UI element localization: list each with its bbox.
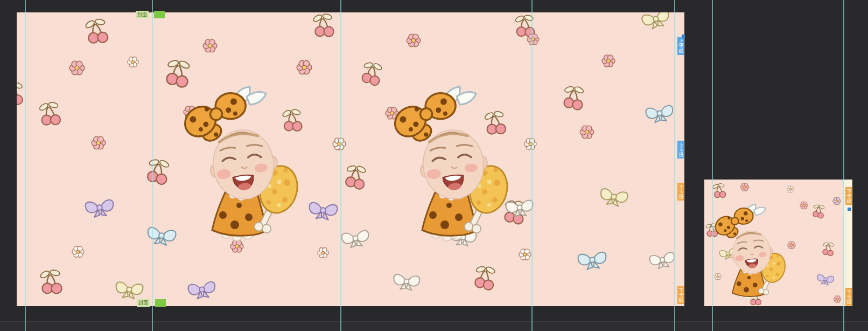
flower-pink-motif	[92, 136, 106, 149]
cover-label-bottom[interactable]: 封面	[137, 299, 150, 307]
bottom-card-label-1[interactable]: 下卡纸	[677, 183, 684, 201]
cherry-motif	[473, 264, 496, 291]
cherry-motif	[712, 182, 726, 198]
flower-pink-motif	[580, 126, 594, 139]
flower-pink-motif	[834, 296, 841, 303]
cover-label-bottom-handle[interactable]	[155, 299, 166, 307]
cherry-motif	[312, 12, 334, 38]
main-canvas[interactable]	[17, 12, 684, 306]
bow-blue-motif	[146, 227, 177, 246]
flower-pink-motif	[527, 34, 539, 45]
bow-blue-motif	[646, 105, 674, 124]
thumb-bottom-card-label-1[interactable]: 下卡纸	[845, 187, 852, 205]
flower-white-motif	[715, 273, 722, 280]
cherry-motif	[145, 157, 171, 185]
baby-sticker[interactable]	[175, 85, 303, 241]
thumbnail-canvas-artwork	[704, 180, 844, 306]
cherry-motif	[822, 242, 835, 256]
flower-pink-motif	[230, 240, 243, 252]
bow-white-motif	[393, 274, 420, 291]
cherry-motif	[562, 85, 585, 111]
flower-white-motif	[72, 246, 84, 257]
cover-label-top-handle[interactable]	[154, 11, 165, 18]
guide-line[interactable]	[712, 0, 713, 331]
thumb-label-selection-handle[interactable]	[848, 208, 851, 211]
baby-sticker[interactable]	[385, 85, 513, 241]
flower-pink-motif	[407, 34, 421, 47]
flower-pink-motif	[788, 242, 796, 249]
bow-cream-motif	[641, 12, 671, 31]
top-card-label-1[interactable]: 上卡纸	[677, 37, 684, 55]
bow-lav-motif	[816, 274, 834, 286]
flower-pink-motif	[800, 202, 808, 209]
flower-lav-motif	[833, 197, 841, 205]
cherry-motif	[344, 163, 367, 190]
cherry-motif	[39, 268, 62, 295]
label-selection-handle[interactable]	[682, 35, 685, 38]
cherry-motif	[282, 108, 303, 132]
bow-cream-motif	[599, 188, 628, 208]
bottom-card-label-2[interactable]: 下卡纸	[677, 286, 684, 304]
editor-workspace: 封面 封面 上卡纸 上卡纸 下卡纸 下卡纸 下卡纸 下卡纸	[0, 0, 868, 331]
bottom-panel	[0, 321, 868, 331]
bow-lav-motif	[188, 281, 216, 300]
bow-white-motif	[341, 230, 370, 249]
flower-pink-motif	[740, 183, 749, 191]
cherry-motif	[360, 60, 383, 86]
flower-white-motif	[318, 248, 328, 258]
flower-pink-motif	[602, 55, 615, 67]
guide-line[interactable]	[531, 0, 533, 331]
flower-white-motif	[787, 186, 794, 192]
bow-white-motif	[649, 252, 676, 270]
guide-line[interactable]	[674, 0, 675, 331]
cherry-motif	[84, 17, 109, 45]
flower-white-motif	[128, 57, 138, 67]
bow-lav-motif	[308, 202, 338, 220]
guide-line[interactable]	[340, 0, 341, 331]
flower-pink-motif	[297, 60, 312, 74]
cherry-motif	[164, 58, 191, 88]
guide-line[interactable]	[152, 0, 153, 331]
top-card-label-2[interactable]: 上卡纸	[677, 141, 684, 158]
guide-line[interactable]	[843, 0, 844, 331]
guide-line[interactable]	[25, 0, 26, 331]
bow-blue-motif	[578, 252, 607, 270]
thumbnail-canvas[interactable]	[704, 180, 844, 306]
flower-white-motif	[524, 139, 536, 149]
cherry-motif	[17, 82, 23, 105]
cherry-motif	[812, 204, 825, 219]
bow-lav-motif	[85, 199, 115, 218]
flower-pink-motif	[203, 39, 217, 52]
bow-cream-motif	[115, 282, 143, 300]
cover-label-top[interactable]: 封面	[136, 11, 149, 18]
flower-white-motif	[333, 138, 346, 150]
thumb-bottom-card-label-2[interactable]: 下卡纸	[845, 288, 852, 306]
cherry-motif	[484, 109, 507, 136]
cherry-motif	[38, 100, 61, 127]
flower-pink-motif	[69, 61, 85, 75]
flower-white-motif	[519, 249, 531, 260]
main-canvas-artwork	[17, 12, 684, 306]
